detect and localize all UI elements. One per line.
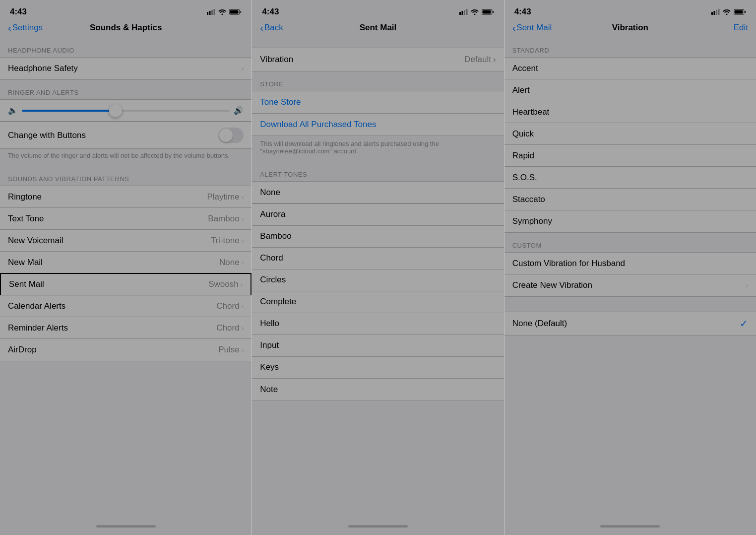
- section-standard: STANDARD: [504, 38, 756, 57]
- chevron-right-icon: ›: [241, 280, 243, 288]
- svg-rect-9: [466, 9, 467, 15]
- tone-keys[interactable]: Keys: [252, 357, 504, 379]
- list-item-sent-mail[interactable]: Sent Mail Swoosh ›: [0, 273, 252, 296]
- volume-slider-row: 🔈 🔊: [8, 106, 244, 115]
- vibration-rapid[interactable]: Rapid: [504, 145, 756, 167]
- home-indicator-2: [252, 520, 504, 535]
- content-3: STANDARD Accent Alert Heartbeat Quick Ra…: [504, 38, 756, 520]
- status-bar-1: 4:43: [0, 0, 252, 21]
- tone-circles-label: Circles: [260, 275, 286, 285]
- calendar-alerts-label: Calendar Alerts: [8, 301, 65, 311]
- chevron-right-icon: ›: [242, 346, 244, 354]
- status-bar-3: 4:43: [504, 0, 756, 21]
- volume-slider-track[interactable]: [22, 110, 230, 112]
- list-item-headphone-safety[interactable]: Headphone Safety ›: [0, 58, 252, 79]
- back-button-settings[interactable]: ‹ Settings: [8, 23, 43, 33]
- vibration-none-default[interactable]: None (Default) ✓: [504, 312, 756, 335]
- svg-rect-12: [711, 12, 713, 15]
- new-voicemail-label: New Voicemail: [8, 236, 63, 246]
- list-group-tones: None Aurora Bamboo Chord Circles Complet…: [252, 181, 504, 401]
- list-group-change-buttons: Change with Buttons: [0, 122, 252, 149]
- toggle-change-buttons[interactable]: [218, 128, 244, 143]
- list-item-reminder-alerts[interactable]: Reminder Alerts Chord ›: [0, 317, 252, 339]
- section-store: STORE: [252, 71, 504, 91]
- panel-sounds-haptics: 4:43 ‹ Set: [0, 0, 252, 535]
- signal-icon: [459, 9, 468, 15]
- reminder-alerts-value: Chord ›: [216, 323, 244, 333]
- ringtone-value: Playtime ›: [207, 192, 244, 202]
- tone-complete-label: Complete: [260, 297, 296, 307]
- wifi-icon: [471, 9, 479, 15]
- tone-none[interactable]: None: [252, 182, 504, 203]
- sent-mail-label: Sent Mail: [9, 279, 44, 289]
- volume-low-icon: 🔈: [8, 106, 18, 115]
- back-button-2[interactable]: ‹ Back: [260, 23, 283, 33]
- sent-mail-value: Swoosh ›: [208, 279, 243, 289]
- tone-note[interactable]: Note: [252, 379, 504, 401]
- page-title-2: Sent Mail: [360, 23, 397, 33]
- tone-chord[interactable]: Chord: [252, 248, 504, 269]
- headphone-safety-value: ›: [242, 65, 244, 72]
- chevron-right-icon-vib: ›: [493, 55, 496, 65]
- battery-icon: [482, 9, 494, 15]
- vibration-create-new[interactable]: Create New Vibration ›: [504, 274, 756, 296]
- checkmark-icon: ✓: [740, 318, 748, 330]
- list-item-change-buttons[interactable]: Change with Buttons: [0, 122, 252, 148]
- tone-input[interactable]: Input: [252, 335, 504, 357]
- tone-bamboo[interactable]: Bamboo: [252, 226, 504, 248]
- vibration-custom-husband[interactable]: Custom Vibration for Husband: [504, 253, 756, 274]
- svg-rect-1: [209, 11, 211, 15]
- chevron-right-icon: ›: [242, 259, 244, 267]
- list-item-new-mail[interactable]: New Mail None ›: [0, 252, 252, 273]
- tone-aurora[interactable]: Aurora: [252, 204, 504, 226]
- vibration-accent[interactable]: Accent: [504, 58, 756, 79]
- back-button-3[interactable]: ‹ Sent Mail: [512, 23, 552, 33]
- vibration-heartbeat[interactable]: Heartbeat: [504, 101, 756, 123]
- vibration-label: Vibration: [260, 55, 293, 65]
- vibration-sos[interactable]: S.O.S.: [504, 167, 756, 189]
- list-item-ringtone[interactable]: Ringtone Playtime ›: [0, 186, 252, 208]
- edit-button[interactable]: Edit: [734, 23, 748, 33]
- svg-rect-6: [459, 12, 461, 15]
- vibration-quick[interactable]: Quick: [504, 123, 756, 145]
- store-helper-text: This will download all ringtones and ale…: [252, 136, 504, 162]
- wifi-icon: [218, 9, 226, 15]
- svg-rect-15: [718, 9, 719, 15]
- tone-keys-label: Keys: [260, 362, 279, 372]
- list-item-calendar-alerts[interactable]: Calendar Alerts Chord ›: [0, 295, 252, 317]
- chevron-right-create: ›: [746, 281, 748, 289]
- list-item-new-voicemail[interactable]: New Voicemail Tri-tone ›: [0, 230, 252, 252]
- svg-rect-13: [713, 11, 715, 15]
- tone-complete[interactable]: Complete: [252, 291, 504, 313]
- list-group-headphone: Headphone Safety ›: [0, 57, 252, 80]
- list-item-airdrop[interactable]: AirDrop Pulse ›: [0, 339, 252, 361]
- list-group-store: Tone Store Download All Purchased Tones: [252, 91, 504, 136]
- helper-text-buttons: The volume of the ringer and alerts will…: [0, 149, 252, 166]
- vibration-staccato[interactable]: Staccato: [504, 189, 756, 210]
- tone-hello-label: Hello: [260, 319, 279, 329]
- section-custom: CUSTOM: [504, 233, 756, 252]
- svg-rect-17: [734, 10, 743, 14]
- signal-icon: [207, 9, 215, 15]
- vibration-value: Default ›: [464, 55, 496, 65]
- store-item-download[interactable]: Download All Purchased Tones: [252, 114, 504, 135]
- tone-circles[interactable]: Circles: [252, 269, 504, 291]
- change-buttons-label: Change with Buttons: [8, 131, 86, 140]
- text-tone-value: Bamboo ›: [208, 214, 244, 224]
- list-item-text-tone[interactable]: Text Tone Bamboo ›: [0, 208, 252, 230]
- store-item-tone-store[interactable]: Tone Store: [252, 91, 504, 114]
- status-icons-3: [711, 9, 746, 15]
- vibration-value-text: Default: [464, 55, 491, 65]
- vibration-alert[interactable]: Alert: [504, 79, 756, 101]
- tone-hello[interactable]: Hello: [252, 313, 504, 335]
- svg-rect-2: [211, 10, 213, 15]
- vibration-row[interactable]: Vibration Default ›: [252, 48, 504, 71]
- tone-bamboo-label: Bamboo: [260, 231, 291, 241]
- tone-none-label: None: [260, 188, 280, 198]
- list-group-custom: Custom Vibration for Husband Create New …: [504, 252, 756, 297]
- volume-high-icon: 🔊: [234, 106, 244, 115]
- vibration-symphony[interactable]: Symphony: [504, 210, 756, 232]
- chevron-right-icon: ›: [242, 65, 244, 72]
- status-icons-1: [207, 9, 242, 15]
- svg-rect-3: [214, 9, 215, 15]
